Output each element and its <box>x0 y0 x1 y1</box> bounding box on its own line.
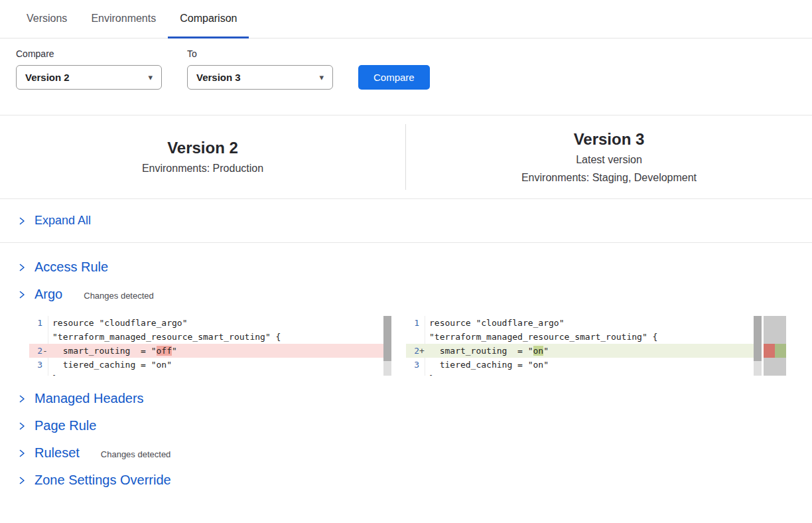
diff-right-code: 1 resource "cloudflare_argo" "terraform_… <box>406 316 754 376</box>
scrollbar-thumb[interactable] <box>754 316 762 361</box>
diff-line-wrap: "terraform_managed_resource_smart_routin… <box>29 330 383 344</box>
diff-line-wrap: "terraform_managed_resource_smart_routin… <box>406 330 754 344</box>
section-list: Access Rule Argo Changes detected 1 reso… <box>0 254 812 494</box>
section-argo[interactable]: Argo Changes detected <box>0 281 812 308</box>
tab-comparison[interactable]: Comparison <box>168 0 249 38</box>
version-header-right: Version 3 Latest version Environments: S… <box>405 124 812 190</box>
diff-pane-left: 1 resource "cloudflare_argo" "terraform_… <box>29 316 391 376</box>
expand-all-row[interactable]: Expand All <box>0 199 812 242</box>
diff-overview-ruler <box>764 316 786 376</box>
diff-line: 1 resource "cloudflare_argo" <box>406 316 754 330</box>
to-version-select[interactable]: Version 3 ▾ <box>187 65 333 90</box>
to-label: To <box>187 48 333 59</box>
removed-word-highlight: off <box>157 346 172 356</box>
to-field: To Version 3 ▾ <box>187 48 333 90</box>
chevron-right-icon <box>17 290 27 299</box>
scrollbar[interactable] <box>383 316 391 376</box>
chevron-right-icon <box>17 421 27 431</box>
compare-field: Compare Version 2 ▾ <box>16 48 162 90</box>
section-zone-settings-override[interactable]: Zone Settings Override <box>0 467 812 494</box>
section-page-rule[interactable]: Page Rule <box>0 412 812 439</box>
section-access-rule[interactable]: Access Rule <box>0 254 812 281</box>
section-label[interactable]: Argo <box>34 287 62 302</box>
diff-line: } <box>406 372 754 376</box>
expand-all-label[interactable]: Expand All <box>34 214 91 228</box>
chevron-right-icon <box>17 394 27 404</box>
tab-environments[interactable]: Environments <box>79 0 168 38</box>
left-version-environments: Environments: Production <box>0 161 405 176</box>
diff-left-code: 1 resource "cloudflare_argo" "terraform_… <box>29 316 383 376</box>
tab-versions[interactable]: Versions <box>15 0 79 38</box>
version-headers: Version 2 Environments: Production Versi… <box>0 115 812 198</box>
section-label[interactable]: Ruleset <box>34 445 80 461</box>
diff-line: 3 tiered_caching = "on" <box>406 358 754 372</box>
diff-line-added: 2+ smart_routing = "on" <box>406 344 754 358</box>
chevron-right-icon <box>17 449 27 458</box>
added-word-highlight: on <box>533 346 544 356</box>
right-version-environments: Environments: Staging, Development <box>406 171 812 185</box>
divider <box>0 242 812 243</box>
chevron-down-icon: ▾ <box>319 72 324 82</box>
right-version-subtitle: Latest version <box>406 153 812 167</box>
diff-line-removed: 2- smart_routing = "off" <box>29 344 383 358</box>
diff-line: 3 tiered_caching = "on" <box>29 358 383 372</box>
to-version-value: Version 3 <box>196 72 241 83</box>
section-label[interactable]: Access Rule <box>34 260 108 275</box>
added-mark <box>775 344 786 358</box>
compare-form: Compare Version 2 ▾ To Version 3 ▾ Compa… <box>0 38 812 90</box>
diff-line: 1 resource "cloudflare_argo" <box>29 316 383 330</box>
tab-bar: Versions Environments Comparison <box>0 0 812 38</box>
chevron-right-icon <box>17 476 27 485</box>
scrollbar[interactable] <box>754 316 762 376</box>
compare-button[interactable]: Compare <box>358 65 430 90</box>
changes-detected-badge: Changes detected <box>101 449 171 459</box>
removed-mark <box>764 344 775 358</box>
chevron-down-icon: ▾ <box>148 72 153 82</box>
version-header-left: Version 2 Environments: Production <box>0 138 405 176</box>
section-managed-headers[interactable]: Managed Headers <box>0 385 812 412</box>
right-version-title: Version 3 <box>406 129 812 149</box>
chevron-right-icon <box>17 216 27 226</box>
version-comparison-page: Versions Environments Comparison Compare… <box>0 0 812 523</box>
chevron-right-icon <box>17 263 27 272</box>
diff-pane-right: 1 resource "cloudflare_argo" "terraform_… <box>406 316 762 376</box>
compare-version-value: Version 2 <box>25 72 70 83</box>
section-label[interactable]: Zone Settings Override <box>34 473 171 488</box>
section-label[interactable]: Page Rule <box>34 418 96 433</box>
changes-detected-badge: Changes detected <box>84 291 154 301</box>
scrollbar-thumb[interactable] <box>383 316 391 361</box>
left-version-title: Version 2 <box>0 138 405 158</box>
diff-line: } <box>29 372 383 376</box>
argo-diff: 1 resource "cloudflare_argo" "terraform_… <box>29 316 812 376</box>
compare-version-select[interactable]: Version 2 ▾ <box>16 65 162 90</box>
section-ruleset[interactable]: Ruleset Changes detected <box>0 439 812 467</box>
section-label[interactable]: Managed Headers <box>34 391 144 406</box>
compare-label: Compare <box>16 48 162 59</box>
